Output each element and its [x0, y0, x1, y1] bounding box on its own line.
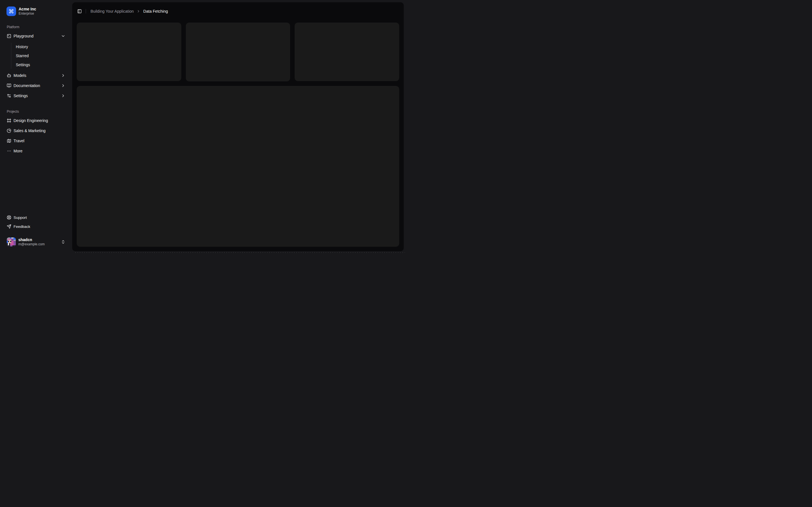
sidebar-footer: shadcn m@example.com — [2, 233, 70, 251]
sidebar: Acme Inc Enterprise Platform Playground — [0, 0, 72, 253]
chevron-right-icon — [61, 73, 65, 78]
placeholder-card-row — [77, 22, 399, 81]
sidebar-item-label: Models — [13, 73, 59, 78]
team-name: Acme Inc — [18, 7, 36, 12]
playground-submenu: History Starred Settings — [11, 43, 68, 69]
panel-left-icon — [77, 9, 82, 13]
book-open-icon — [7, 83, 11, 88]
chevron-right-icon — [61, 94, 65, 98]
placeholder-card — [77, 22, 181, 81]
sidebar-item-sales-marketing[interactable]: Sales & Marketing — [4, 126, 68, 135]
placeholder-card — [295, 22, 399, 81]
group-label-platform: Platform — [4, 22, 68, 32]
chevron-down-icon — [61, 34, 65, 38]
sidebar-item-documentation[interactable]: Documentation — [4, 81, 68, 90]
sidebar-item-more[interactable]: More — [4, 147, 68, 156]
bottom-dotted-border — [74, 252, 405, 253]
user-avatar — [7, 237, 16, 246]
chevron-right-icon — [61, 83, 65, 88]
sidebar-item-label: More — [13, 149, 65, 153]
team-switcher[interactable]: Acme Inc Enterprise — [2, 2, 70, 20]
breadcrumb: Building Your Application Data Fetching — [91, 9, 168, 13]
sidebar-subitem-starred[interactable]: Starred — [16, 52, 68, 60]
sidebar-item-support[interactable]: Support — [4, 214, 68, 221]
user-email: m@example.com — [18, 242, 58, 247]
sidebar-item-label: Documentation — [13, 83, 59, 88]
sidebar-item-settings[interactable]: Settings — [4, 91, 68, 100]
sidebar-item-label: Playground — [13, 34, 59, 38]
breadcrumb-current-page: Data Fetching — [143, 9, 168, 13]
content-area — [72, 20, 404, 251]
main-content: Building Your Application Data Fetching — [72, 2, 404, 251]
placeholder-card — [186, 22, 290, 81]
command-icon — [9, 9, 14, 14]
nav-group-projects: Projects Design Engineering Sales & Mark… — [2, 105, 70, 158]
pie-chart-icon — [7, 128, 11, 133]
settings-sliders-icon — [7, 94, 11, 98]
sidebar-spacer — [2, 158, 70, 211]
sidebar-item-feedback[interactable]: Feedback — [4, 223, 68, 230]
user-name: shadcn — [18, 237, 58, 242]
sidebar-item-label: Settings — [13, 94, 59, 98]
team-logo — [6, 6, 16, 16]
header-divider — [86, 9, 86, 13]
main-header: Building Your Application Data Fetching — [72, 2, 404, 20]
ellipsis-icon — [7, 149, 11, 153]
team-plan: Enterprise — [18, 11, 36, 16]
sidebar-subitem-history[interactable]: History — [16, 43, 68, 51]
square-terminal-icon — [7, 34, 11, 38]
send-icon — [7, 224, 11, 229]
user-menu-button[interactable]: shadcn m@example.com — [4, 235, 68, 249]
nav-group-platform: Platform Playground History Starred Sett… — [2, 20, 70, 103]
sidebar-item-label: Feedback — [13, 224, 65, 229]
bot-icon — [7, 73, 11, 78]
breadcrumb-chevron-icon — [137, 9, 140, 13]
breadcrumb-parent-link[interactable]: Building Your Application — [91, 9, 134, 13]
nav-group-secondary: Support Feedback — [2, 211, 70, 233]
life-buoy-icon — [7, 215, 11, 220]
sidebar-item-models[interactable]: Models — [4, 71, 68, 80]
sidebar-item-design-engineering[interactable]: Design Engineering — [4, 116, 68, 125]
sidebar-item-label: Sales & Marketing — [13, 128, 65, 133]
map-icon — [7, 138, 11, 143]
placeholder-panel — [77, 86, 399, 247]
sidebar-item-playground[interactable]: Playground — [4, 32, 68, 41]
sidebar-item-label: Support — [13, 216, 65, 220]
chevrons-up-down-icon — [61, 240, 65, 244]
sidebar-item-label: Travel — [13, 138, 65, 143]
frame-icon — [7, 118, 11, 123]
sidebar-item-travel[interactable]: Travel — [4, 136, 68, 145]
app-screen: Acme Inc Enterprise Platform Playground — [0, 0, 406, 253]
sidebar-toggle-button[interactable] — [75, 7, 84, 15]
sidebar-subitem-settings[interactable]: Settings — [16, 61, 68, 69]
group-label-projects: Projects — [4, 107, 68, 116]
sidebar-item-label: Design Engineering — [13, 118, 65, 123]
